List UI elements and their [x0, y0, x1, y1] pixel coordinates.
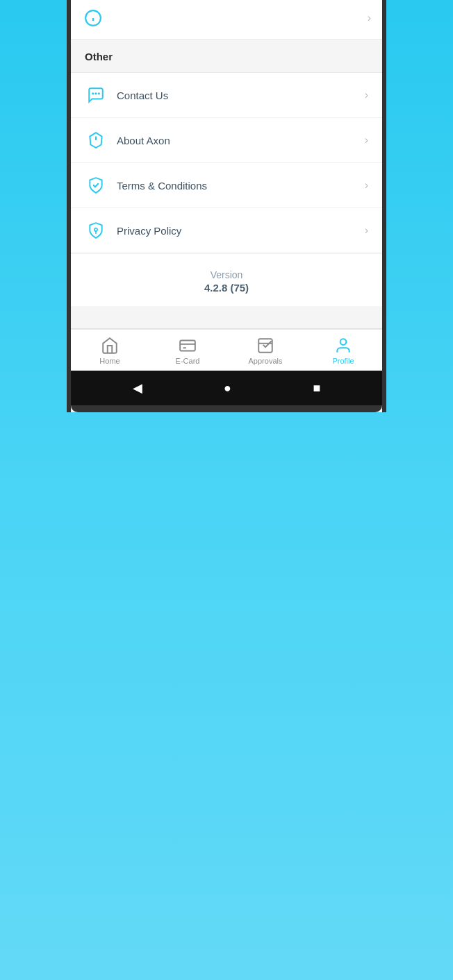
nav-approvals-label: Approvals	[249, 357, 283, 365]
terms-conditions-label: Terms & Conditions	[117, 180, 365, 192]
terms-conditions-chevron: ›	[365, 179, 368, 192]
privacy-policy-label: Privacy Policy	[117, 225, 365, 237]
bottom-nav: Home E-Card Approvals	[71, 329, 382, 371]
nav-ecard-label: E-Card	[176, 357, 200, 365]
nav-home[interactable]: Home	[71, 330, 149, 371]
nav-home-label: Home	[99, 357, 120, 365]
svg-rect-5	[180, 340, 195, 350]
nav-approvals[interactable]: Approvals	[226, 330, 304, 371]
about-axon-chevron: ›	[365, 134, 368, 146]
android-back-button[interactable]: ◀	[133, 380, 142, 396]
privacy-policy-item[interactable]: Privacy Policy ›	[71, 208, 382, 253]
phone-bottom-border	[71, 405, 382, 412]
background-space	[67, 412, 386, 954]
partial-icon	[82, 7, 104, 29]
android-recents-button[interactable]: ■	[313, 381, 320, 396]
svg-point-3	[98, 92, 100, 94]
menu-group: Contact Us › About Axon ›	[71, 72, 382, 253]
contact-us-label: Contact Us	[117, 90, 365, 101]
contact-us-chevron: ›	[365, 89, 368, 101]
version-label: Version	[71, 269, 382, 280]
about-axon-item[interactable]: About Axon ›	[71, 118, 382, 163]
about-axon-label: About Axon	[117, 135, 365, 146]
section-label: Other	[71, 51, 382, 69]
partial-chevron: ›	[368, 12, 371, 24]
svg-rect-8	[258, 339, 272, 353]
privacy-policy-icon	[85, 219, 107, 242]
phone-wrapper: › Other Contact Us ›	[67, 0, 386, 954]
svg-point-2	[92, 92, 94, 94]
phone-screen: › Other Contact Us ›	[67, 0, 386, 412]
android-home-button[interactable]: ●	[224, 381, 231, 396]
privacy-policy-chevron: ›	[365, 224, 368, 237]
nav-profile-label: Profile	[332, 357, 354, 365]
top-partial-item[interactable]: ›	[71, 0, 382, 40]
about-axon-icon	[85, 129, 107, 151]
version-section: Version 4.2.8 (75)	[71, 254, 382, 306]
contact-us-icon	[85, 84, 107, 106]
android-nav: ◀ ● ■	[71, 371, 382, 405]
version-number: 4.2.8 (75)	[71, 282, 382, 294]
svg-point-10	[340, 339, 347, 345]
contact-us-item[interactable]: Contact Us ›	[71, 73, 382, 118]
terms-conditions-icon	[85, 174, 107, 196]
terms-conditions-item[interactable]: Terms & Conditions ›	[71, 163, 382, 208]
svg-point-1	[94, 92, 97, 94]
other-section: Other	[71, 40, 382, 72]
nav-ecard[interactable]: E-Card	[149, 330, 226, 371]
nav-profile[interactable]: Profile	[304, 330, 382, 371]
bottom-spacer	[71, 306, 382, 328]
